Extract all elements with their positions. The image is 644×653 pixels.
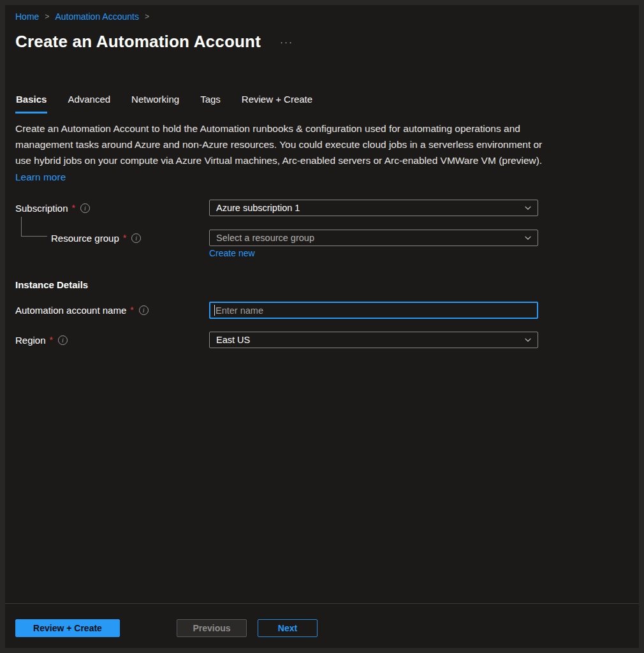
resource-group-label: Resource group (51, 233, 119, 244)
required-asterisk: * (130, 305, 133, 315)
info-icon[interactable]: i (131, 233, 141, 243)
breadcrumb-separator-icon: > (145, 12, 149, 21)
tab-tags[interactable]: Tags (200, 94, 221, 114)
azure-portal-window: Home > Automation Accounts > Create an A… (0, 0, 644, 653)
breadcrumb: Home > Automation Accounts > (15, 11, 149, 22)
tab-networking[interactable]: Networking (131, 94, 180, 114)
wizard-tabs: Basics Advanced Networking Tags Review +… (15, 94, 313, 114)
create-automation-account-page: Home > Automation Accounts > Create an A… (5, 5, 639, 648)
account-name-input-wrap (209, 302, 538, 319)
review-create-button[interactable]: Review + Create (15, 619, 120, 637)
account-name-label: Automation account name (15, 305, 126, 316)
indent-connector-line (21, 217, 47, 237)
subscription-dropdown[interactable]: Azure subscription 1 (209, 200, 538, 216)
subscription-label: Subscription (15, 203, 68, 214)
page-title: Create an Automation Account (15, 32, 261, 52)
info-icon[interactable]: i (139, 305, 149, 315)
more-options-ellipsis-icon[interactable]: ··· (277, 35, 296, 48)
region-dropdown[interactable]: East US (209, 332, 538, 348)
account-name-input[interactable] (209, 302, 538, 319)
intro-text: Create an Automation Account to hold the… (15, 123, 542, 166)
resource-group-label-row: Resource group * i (51, 230, 141, 246)
region-label-row: Region * i (15, 332, 68, 348)
tab-review-create[interactable]: Review + Create (241, 94, 313, 114)
instance-details-heading: Instance Details (15, 279, 88, 290)
tab-advanced[interactable]: Advanced (67, 94, 111, 114)
breadcrumb-automation-accounts-link[interactable]: Automation Accounts (55, 11, 139, 22)
page-header: Create an Automation Account ··· (15, 32, 296, 52)
tab-basics[interactable]: Basics (15, 94, 47, 114)
wizard-footer: Review + Create Previous Next (5, 603, 639, 648)
text-cursor (214, 305, 215, 316)
account-name-label-row: Automation account name * i (15, 302, 149, 318)
region-label: Region (15, 335, 46, 346)
learn-more-link[interactable]: Learn more (15, 169, 66, 185)
chevron-down-icon (523, 335, 532, 344)
required-asterisk: * (50, 335, 53, 345)
info-icon[interactable]: i (58, 335, 68, 345)
previous-button[interactable]: Previous (177, 619, 247, 637)
resource-group-dropdown-placeholder: Select a resource group (216, 233, 314, 243)
subscription-label-row: Subscription * i (15, 200, 90, 216)
breadcrumb-home-link[interactable]: Home (15, 11, 39, 22)
resource-group-dropdown[interactable]: Select a resource group (209, 230, 538, 246)
chevron-down-icon (523, 203, 532, 212)
region-dropdown-value: East US (216, 335, 250, 345)
subscription-dropdown-value: Azure subscription 1 (216, 203, 300, 213)
info-icon[interactable]: i (80, 203, 90, 213)
intro-description: Create an Automation Account to hold the… (15, 121, 546, 185)
create-new-resource-group-link[interactable]: Create new (209, 248, 255, 258)
next-button[interactable]: Next (258, 619, 318, 637)
required-asterisk: * (123, 233, 126, 243)
required-asterisk: * (72, 203, 75, 213)
basics-form: Subscription * i Azure subscription 1 Re… (15, 200, 545, 359)
breadcrumb-separator-icon: > (45, 12, 49, 21)
chevron-down-icon (523, 233, 532, 242)
